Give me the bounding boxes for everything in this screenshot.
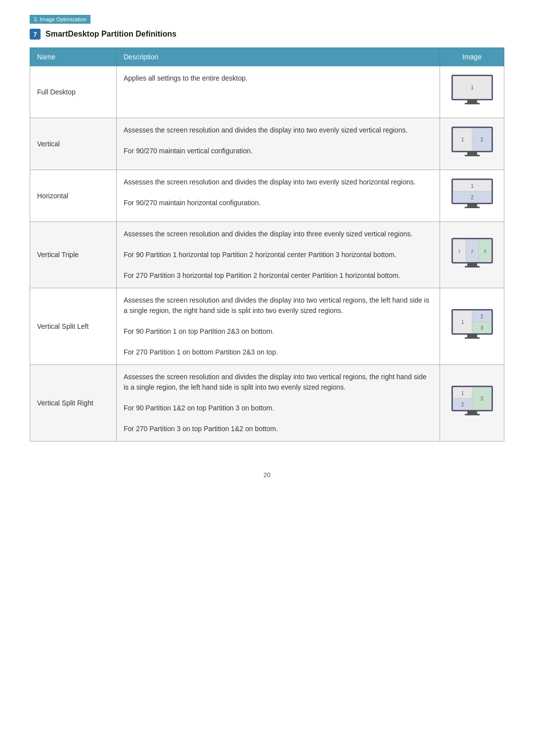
cell-name: Vertical Split Right [30, 365, 117, 442]
svg-rect-44 [467, 411, 477, 414]
section-heading: 7 SmartDesktop Partition Definitions [30, 29, 504, 40]
svg-text:2: 2 [480, 314, 483, 319]
svg-rect-27 [465, 266, 480, 267]
table-row: Vertical Split LeftAssesses the screen r… [30, 288, 504, 365]
svg-text:1: 1 [470, 85, 473, 90]
cell-name: Vertical Split Left [30, 288, 117, 365]
cell-description: Assesses the screen resolution and divid… [117, 365, 440, 442]
svg-rect-36 [465, 337, 480, 339]
cell-name: Full Desktop [30, 66, 117, 118]
svg-rect-35 [467, 334, 477, 337]
svg-rect-26 [467, 263, 477, 266]
svg-text:1: 1 [461, 391, 464, 396]
cell-description: Applies all settings to the entire deskt… [117, 66, 440, 118]
cell-image: 1 [440, 66, 504, 118]
svg-rect-11 [465, 155, 480, 156]
cell-image: 1 2 [440, 170, 504, 222]
svg-text:1: 1 [458, 249, 460, 254]
svg-rect-10 [467, 152, 477, 155]
svg-rect-18 [465, 207, 480, 208]
table-header-row: Name Description Image [30, 48, 504, 66]
col-header-name: Name [30, 48, 117, 66]
col-header-description: Description [117, 48, 440, 66]
svg-rect-3 [467, 100, 477, 103]
table-row: HorizontalAssesses the screen resolution… [30, 170, 504, 222]
cell-description: Assesses the screen resolution and divid… [117, 170, 440, 222]
table-row: Vertical Split RightAssesses the screen … [30, 365, 504, 442]
svg-text:3: 3 [480, 396, 483, 401]
cell-image: 1 2 [440, 118, 504, 170]
svg-rect-4 [465, 103, 480, 104]
breadcrumb: 3. Image Optimization [30, 15, 90, 24]
cell-description: Assesses the screen resolution and divid… [117, 118, 440, 170]
cell-description: Assesses the screen resolution and divid… [117, 222, 440, 288]
cell-name: Vertical Triple [30, 222, 117, 288]
col-header-image: Image [440, 48, 504, 66]
svg-text:2: 2 [471, 249, 473, 254]
svg-text:2: 2 [461, 402, 464, 407]
partition-table: Name Description Image Full DesktopAppli… [30, 47, 504, 442]
table-row: VerticalAssesses the screen resolution a… [30, 118, 504, 170]
svg-rect-17 [467, 204, 477, 207]
svg-text:2: 2 [480, 137, 483, 142]
cell-name: Horizontal [30, 170, 117, 222]
svg-text:2: 2 [471, 195, 474, 200]
cell-image: 1 2 3 [440, 222, 504, 288]
section-number: 7 [30, 29, 41, 40]
svg-text:1: 1 [471, 183, 474, 189]
cell-name: Vertical [30, 118, 117, 170]
svg-rect-45 [465, 414, 480, 415]
cell-image: 1 2 3 [440, 288, 504, 365]
cell-description: Assesses the screen resolution and divid… [117, 288, 440, 365]
cell-image: 1 2 3 [440, 365, 504, 442]
svg-text:3: 3 [484, 249, 486, 254]
section-title: SmartDesktop Partition Definitions [45, 30, 177, 39]
svg-text:1: 1 [461, 137, 464, 142]
table-row: Full DesktopApplies all settings to the … [30, 66, 504, 118]
page-number: 20 [30, 471, 504, 479]
svg-text:3: 3 [480, 325, 483, 331]
svg-text:1: 1 [461, 319, 464, 325]
table-row: Vertical TripleAssesses the screen resol… [30, 222, 504, 288]
